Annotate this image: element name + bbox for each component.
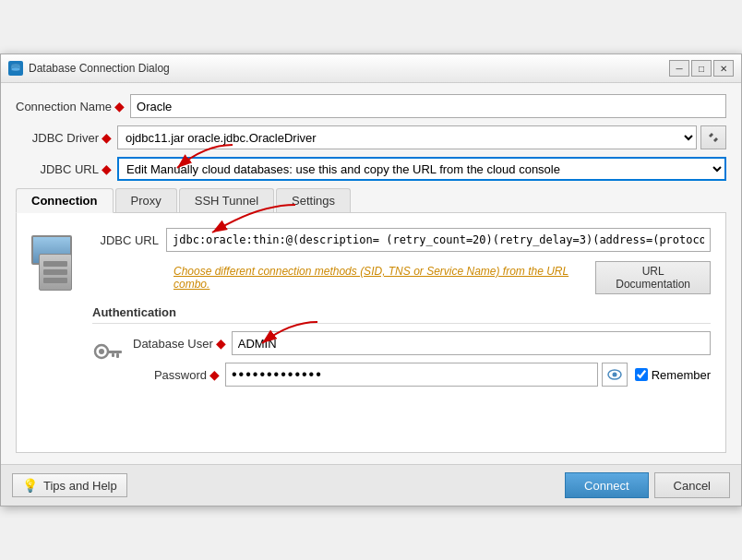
tab-jdbc-url-label: JDBC URL <box>92 233 166 247</box>
auth-form: Database User ◆ Password ◆ <box>133 331 711 394</box>
password-required-dot: ◆ <box>209 368 220 381</box>
jdbc-url-row: JDBC URL ◆ Edit Manually cloud databases… <box>16 157 726 181</box>
driver-tool-button[interactable] <box>700 125 726 149</box>
maximize-button[interactable]: □ <box>691 60 712 77</box>
remember-label: Remember <box>652 368 711 382</box>
server-slot-2 <box>43 269 67 275</box>
tab-content: JDBC URL Choose different connection met… <box>16 213 726 453</box>
tab-inner: JDBC URL Choose different connection met… <box>31 228 711 394</box>
jdbc-driver-row: JDBC Driver ◆ ojdbc11.jar oracle.jdbc.Or… <box>16 125 726 149</box>
dialog-title: Database Connection Dialog <box>29 62 170 75</box>
close-button[interactable]: ✕ <box>713 60 734 77</box>
db-user-input[interactable] <box>232 331 711 355</box>
tab-settings[interactable]: Settings <box>276 188 351 212</box>
bottom-buttons: Connect Cancel <box>565 472 730 498</box>
jdbc-driver-select[interactable]: ojdbc11.jar oracle.jdbc.OracleDriver <box>117 125 697 149</box>
connection-name-input[interactable] <box>130 94 726 118</box>
required-dot: ◆ <box>114 100 125 113</box>
db-user-label: Database User ◆ <box>133 337 232 351</box>
window-controls: ─ □ ✕ <box>669 60 734 77</box>
key-icon-area <box>92 340 122 394</box>
remember-checkbox[interactable] <box>635 368 648 381</box>
title-bar-left: Database Connection Dialog <box>8 61 170 76</box>
tab-form: JDBC URL Choose different connection met… <box>92 228 711 394</box>
db-icon <box>8 61 23 76</box>
tips-label: Tips and Help <box>43 479 117 493</box>
db-user-row: Database User ◆ <box>133 331 711 355</box>
password-row: Password ◆ <box>133 363 711 387</box>
url-required-dot: ◆ <box>102 162 112 175</box>
show-password-button[interactable] <box>602 363 628 387</box>
bottom-bar: 💡 Tips and Help Connect Cancel <box>1 464 741 506</box>
password-input[interactable] <box>225 363 598 387</box>
jdbc-url-label: JDBC URL ◆ <box>16 162 117 176</box>
connect-button[interactable]: Connect <box>565 472 648 498</box>
tab-jdbc-url-input[interactable] <box>166 228 711 252</box>
svg-rect-8 <box>116 353 119 358</box>
driver-row: ojdbc11.jar oracle.jdbc.OracleDriver <box>117 125 726 149</box>
auth-section: Authentication <box>92 305 711 394</box>
svg-rect-7 <box>107 351 122 353</box>
svg-rect-9 <box>112 353 114 357</box>
server-slot-1 <box>43 261 67 267</box>
driver-required-dot: ◆ <box>102 131 112 144</box>
db-user-required-dot: ◆ <box>216 337 226 350</box>
tab-connection[interactable]: Connection <box>16 188 114 213</box>
minimize-button[interactable]: ─ <box>669 60 689 77</box>
tips-and-help-button[interactable]: 💡 Tips and Help <box>12 473 127 497</box>
server-visual <box>31 235 78 291</box>
tab-proxy[interactable]: Proxy <box>115 188 177 212</box>
svg-point-2 <box>11 67 20 71</box>
connection-methods-link[interactable]: Choose different connection methods (SID… <box>174 265 588 291</box>
jdbc-url-select[interactable]: Edit Manually cloud databases: use this … <box>117 157 726 181</box>
auth-inner: Database User ◆ Password ◆ <box>92 331 711 394</box>
tab-jdbc-url-row: JDBC URL <box>92 228 711 252</box>
connection-name-label: Connection Name ◆ <box>16 100 130 113</box>
server-body <box>39 254 72 291</box>
top-section: Connection Name ◆ JDBC Driver ◆ ojdbc11.… <box>16 94 726 181</box>
server-icon-area <box>31 235 78 394</box>
tips-icon: 💡 <box>22 478 38 493</box>
cancel-button[interactable]: Cancel <box>654 472 730 498</box>
auth-header: Authentication <box>92 305 711 324</box>
link-row: Choose different connection methods (SID… <box>92 261 711 294</box>
connection-name-row: Connection Name ◆ <box>16 94 726 118</box>
server-slot-3 <box>43 278 67 283</box>
svg-point-6 <box>99 349 104 354</box>
title-bar: Database Connection Dialog ─ □ ✕ <box>1 54 741 83</box>
remember-area: Remember <box>635 368 711 382</box>
dialog-window: Database Connection Dialog ─ □ ✕ Connect… <box>0 54 742 506</box>
password-area: Remember <box>225 363 711 387</box>
url-documentation-button[interactable]: URL Documentation <box>595 261 711 294</box>
tab-ssh-tunnel[interactable]: SSH Tunnel <box>179 188 274 212</box>
jdbc-driver-label: JDBC Driver ◆ <box>16 131 117 145</box>
password-label: Password ◆ <box>133 368 225 382</box>
tabs: Connection Proxy SSH Tunnel Settings <box>16 188 726 212</box>
svg-point-12 <box>612 373 616 377</box>
tabs-container: Connection Proxy SSH Tunnel Settings <box>16 188 726 213</box>
dialog-body: Connection Name ◆ JDBC Driver ◆ ojdbc11.… <box>1 83 741 464</box>
